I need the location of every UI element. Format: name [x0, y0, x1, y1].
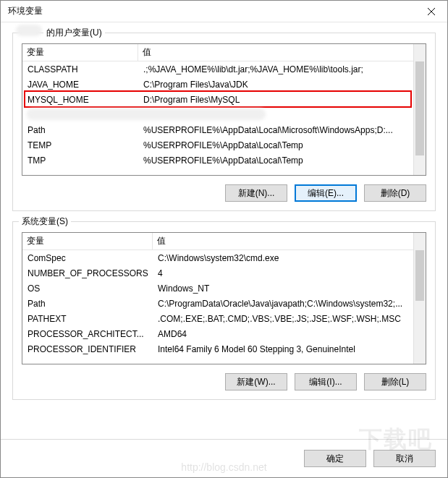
cell-value: AMD64 — [156, 329, 416, 339]
table-row[interactable]: MYSQL_HOMED:\Program Files\MySQL — [22, 92, 426, 107]
system-button-row: 新建(W)... 编辑(I)... 删除(L) — [22, 373, 426, 390]
cell-value: %USERPROFILE%\AppData\Local\Temp — [141, 140, 416, 150]
table-row[interactable]: TMP%USERPROFILE%\AppData\Local\Temp — [22, 153, 426, 168]
user-button-row: 新建(N)... 编辑(E)... 删除(D) — [22, 184, 426, 202]
cell-value: %USERPROFILE%\AppData\Local\Microsoft\Wi… — [141, 125, 416, 135]
list-header: 变量 值 — [22, 44, 426, 61]
user-vars-label: 的用户变量(U) — [43, 27, 105, 39]
dialog-content: 的用户变量(U) 变量 值 CLASSPATH.;%JAVA_HOME%\lib… — [1, 22, 447, 439]
cell-value: .COM;.EXE;.BAT;.CMD;.VBS;.VBE;.JS;.JSE;.… — [156, 314, 416, 324]
list-body: ComSpecC:\Windows\system32\cmd.exeNUMBER… — [22, 250, 426, 357]
cell-value: C:\Program Files\Java\JDK — [141, 80, 416, 90]
table-row[interactable]: TEMP%USERPROFILE%\AppData\Local\Temp — [22, 137, 426, 153]
cell-name: MYSQL_HOME — [25, 95, 141, 105]
col-header-value[interactable]: 值 — [138, 44, 426, 61]
cell-name: NUMBER_OF_PROCESSORS — [25, 268, 156, 278]
table-row[interactable]: PROCESSOR_ARCHITECT...AMD64 — [22, 326, 426, 341]
table-row[interactable]: CLASSPATH.;%JAVA_HOME%\lib\dt.jar;%JAVA_… — [22, 61, 426, 77]
system-vars-list[interactable]: 变量 值 ComSpecC:\Windows\system32\cmd.exeN… — [22, 232, 426, 364]
user-vars-group: 的用户变量(U) 变量 值 CLASSPATH.;%JAVA_HOME%\lib… — [12, 33, 436, 211]
cell-name: Path — [25, 125, 141, 135]
scrollbar[interactable] — [413, 44, 426, 175]
blurred-username — [16, 25, 42, 36]
cell-value: 4 — [156, 268, 416, 278]
cell-value: C:\ProgramData\Oracle\Java\javapath;C:\W… — [156, 299, 416, 309]
scroll-thumb[interactable] — [415, 61, 424, 155]
table-row[interactable]: PathC:\ProgramData\Oracle\Java\javapath;… — [22, 296, 426, 311]
table-row[interactable]: ComSpecC:\Windows\system32\cmd.exe — [22, 250, 426, 265]
cancel-button[interactable]: 取消 — [373, 450, 436, 467]
user-new-button[interactable]: 新建(N)... — [225, 184, 287, 202]
window-title: 环境变量 — [8, 5, 415, 17]
scroll-thumb[interactable] — [415, 250, 424, 301]
user-delete-button[interactable]: 删除(D) — [364, 184, 426, 202]
cell-name: TMP — [25, 155, 141, 166]
blurred-row — [27, 108, 266, 120]
cell-name: PROCESSOR_IDENTIFIER — [25, 344, 156, 354]
dialog-bottom-bar: 确定 取消 — [1, 439, 447, 477]
cell-name: JAVA_HOME — [25, 80, 141, 90]
cell-name: TEMP — [25, 140, 141, 150]
cell-name: PROCESSOR_ARCHITECT... — [25, 329, 156, 339]
col-header-value[interactable]: 值 — [153, 233, 426, 249]
scrollbar[interactable] — [413, 233, 426, 364]
table-row[interactable]: PROCESSOR_IDENTIFIERIntel64 Family 6 Mod… — [22, 341, 426, 357]
table-row[interactable]: PATHEXT.COM;.EXE;.BAT;.CMD;.VBS;.VBE;.JS… — [22, 311, 426, 326]
system-vars-label: 系统变量(S) — [19, 215, 71, 228]
user-vars-list[interactable]: 变量 值 CLASSPATH.;%JAVA_HOME%\lib\dt.jar;%… — [22, 43, 426, 176]
cell-name: OS — [25, 283, 156, 294]
env-vars-dialog: 环境变量 的用户变量(U) 变量 值 CLASSPATH.;%JAVA_HOME… — [0, 0, 448, 478]
ok-button[interactable]: 确定 — [304, 450, 366, 467]
close-button[interactable] — [415, 1, 447, 22]
system-vars-group: 系统变量(S) 变量 值 ComSpecC:\Windows\system32\… — [12, 221, 436, 400]
table-row[interactable]: OSWindows_NT — [22, 281, 426, 296]
table-row[interactable]: JAVA_HOMEC:\Program Files\Java\JDK — [22, 77, 426, 92]
col-header-name[interactable]: 变量 — [22, 44, 138, 61]
close-icon — [428, 8, 435, 15]
cell-value: Windows_NT — [156, 283, 416, 294]
system-edit-button[interactable]: 编辑(I)... — [295, 373, 357, 390]
cell-name: Path — [25, 299, 156, 309]
cell-name: PATHEXT — [25, 314, 156, 324]
titlebar: 环境变量 — [1, 1, 447, 22]
user-edit-button[interactable]: 编辑(E)... — [295, 184, 357, 202]
cell-name: CLASSPATH — [25, 64, 141, 74]
cell-value: %USERPROFILE%\AppData\Local\Temp — [141, 155, 416, 166]
cell-value: Intel64 Family 6 Model 60 Stepping 3, Ge… — [156, 344, 416, 354]
table-row[interactable]: NUMBER_OF_PROCESSORS4 — [22, 265, 426, 281]
system-new-button[interactable]: 新建(W)... — [225, 373, 287, 390]
cell-value: .;%JAVA_HOME%\lib\dt.jar;%JAVA_HOME%\lib… — [141, 64, 416, 74]
cell-name: ComSpec — [25, 253, 156, 263]
cell-value: C:\Windows\system32\cmd.exe — [156, 253, 416, 263]
cell-value: D:\Program Files\MySQL — [141, 95, 416, 105]
list-header: 变量 值 — [22, 233, 426, 250]
table-row[interactable]: Path%USERPROFILE%\AppData\Local\Microsof… — [22, 122, 426, 137]
col-header-name[interactable]: 变量 — [22, 233, 153, 249]
system-delete-button[interactable]: 删除(L) — [364, 373, 426, 390]
